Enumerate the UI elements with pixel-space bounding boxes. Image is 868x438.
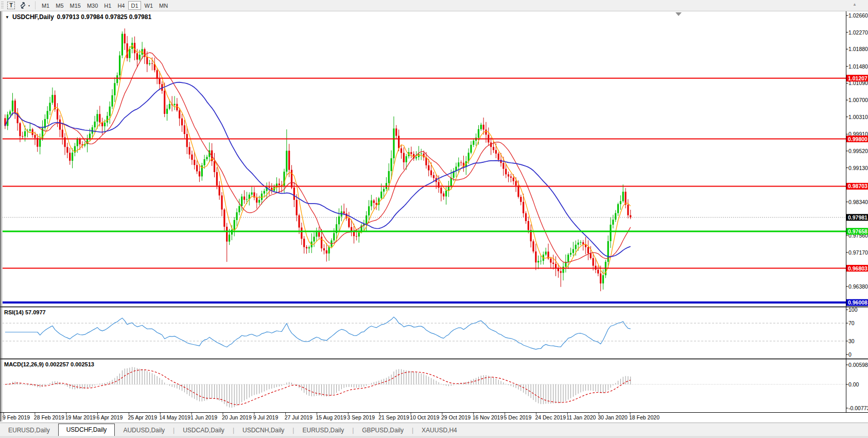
rsi-indicator-label: RSI(14) 57.0977 [4, 309, 46, 315]
rsi-tick-label: 0 [848, 351, 852, 358]
tab-audusd-daily[interactable]: AUDUSD,Daily [115, 425, 173, 436]
date-label: 6 Apr 2019 [97, 414, 123, 420]
price-tick-label: 1.02270 [848, 29, 868, 36]
macd-tick-label: -0.007737 [848, 405, 868, 411]
date-label: 10 Oct 2019 [410, 414, 439, 420]
date-label: 14 May 2019 [159, 414, 190, 420]
price-tick-label: 1.00310 [848, 114, 868, 120]
tab-eurusd-daily[interactable]: EURUSD,Daily [294, 425, 352, 436]
scroll-up-icon[interactable]: ▲ [853, 2, 857, 7]
timeframe-button-w1[interactable]: W1 [142, 1, 156, 10]
price-tick-label: 1.00700 [848, 97, 868, 103]
arrange-charts-button[interactable]: ▼ [17, 1, 32, 10]
toolbar-grip[interactable] [1, 2, 4, 9]
timeframe-button-m5[interactable]: M5 [53, 1, 66, 10]
price-tick-label: 0.98340 [848, 199, 868, 205]
price-tick-label: 1.01480 [848, 63, 868, 70]
date-label: 27 Jul 2019 [285, 414, 313, 420]
macd-histogram [5, 367, 631, 408]
date-label: 9 Jul 2019 [253, 414, 279, 420]
chart-title-row: ▼ USDCHF,Daily 0.97913 0.97984 0.97825 0… [5, 13, 151, 21]
text-tool-icon: T [7, 2, 15, 9]
date-label: 15 Aug 2019 [316, 414, 346, 420]
dropdown-caret-icon: ▼ [28, 4, 30, 7]
candlestick-series [4, 28, 631, 291]
level-price-tag: 0.99800 [848, 136, 867, 142]
timeframe-button-h1[interactable]: H1 [101, 1, 114, 10]
date-label: 29 Oct 2019 [441, 414, 471, 420]
rsi-line [5, 317, 631, 349]
date-label: 1 Jun 2019 [190, 414, 217, 420]
date-label: 20 Jun 2019 [222, 414, 252, 420]
moving-average-5 [5, 45, 631, 274]
date-label: 30 Jan 2020 [598, 414, 628, 420]
date-label: 19 Mar 2019 [65, 414, 96, 420]
date-label: 21 Sep 2019 [378, 414, 409, 420]
level-price-tag: 0.96008 [848, 299, 867, 306]
macd-tick-label: 0.00 [848, 381, 859, 388]
date-label: 25 Apr 2019 [128, 414, 157, 420]
date-label: 28 Feb 2019 [34, 414, 64, 420]
tab-xauusd-h4[interactable]: XAUUSD,H4 [413, 425, 465, 436]
date-label: 24 Dec 2019 [535, 414, 566, 420]
date-label: 18 Feb 2020 [629, 414, 659, 420]
price-tick-label: 0.99520 [848, 148, 868, 154]
date-label: 11 Jan 2020 [566, 414, 596, 420]
date-label: 3 Sep 2019 [347, 414, 375, 420]
timeframe-button-m15[interactable]: M15 [67, 1, 83, 10]
timeframe-toolbar: M1M5M15M30H1H4D1W1MN [39, 0, 171, 11]
timeframe-button-m30[interactable]: M30 [84, 1, 100, 10]
timeframe-button-d1[interactable]: D1 [128, 1, 141, 10]
level-price-tag: 0.96803 [848, 265, 867, 272]
date-label: 16 Nov 2019 [473, 414, 504, 420]
macd-signal-line [5, 370, 631, 405]
chart-ohlc-values: 0.97913 0.97984 0.97825 0.97981 [57, 13, 152, 21]
rsi-tick-label: 70 [848, 320, 855, 326]
date-label: 9 Feb 2019 [3, 414, 30, 420]
price-tick-label: 0.97170 [848, 249, 868, 256]
diagonal-arrows-icon [19, 2, 27, 9]
status-strip [0, 436, 868, 438]
tab-usdcnh-daily[interactable]: USDCNH,Daily [234, 425, 292, 436]
symbol-caret-icon[interactable]: ▼ [5, 15, 9, 20]
tab-usdcad-daily[interactable]: USDCAD,Daily [175, 425, 233, 436]
tab-gbpusd-daily[interactable]: GBPUSD,Daily [354, 425, 412, 436]
price-tick-label: 1.01880 [848, 46, 868, 52]
price-tick-label: 0.99130 [848, 165, 868, 171]
toolbar-separator [35, 2, 36, 9]
mt4-window: T ▼ M1M5M15M30H1H4D1W1MN ▲ ▼ USDCHF,Dail… [0, 0, 868, 438]
level-price-tag: 0.97658 [848, 228, 867, 234]
current-price-tag: 0.97981 [848, 214, 867, 221]
text-tool-button[interactable]: T [5, 1, 17, 10]
timeframe-button-mn[interactable]: MN [157, 1, 170, 10]
rsi-tick-label: 100 [848, 307, 858, 313]
chart-tab-bar: EURUSD,DailyUSDCHF,DailyAUDUSD,Daily|USD… [0, 423, 868, 436]
moving-average-34 [5, 82, 631, 257]
chart-symbol-title: USDCHF,Daily [12, 13, 54, 21]
tab-usdchf-daily[interactable]: USDCHF,Daily [58, 424, 115, 436]
timeframe-button-h4[interactable]: H4 [115, 1, 127, 10]
rsi-tick-label: 30 [848, 338, 855, 344]
macd-tick-label: 0.005986 [848, 362, 868, 368]
tab-eurusd-daily[interactable]: EURUSD,Daily [0, 425, 58, 436]
price-tick-label: 0.96380 [848, 283, 868, 290]
price-tick-label: 1.02660 [848, 12, 868, 19]
toolbar: T ▼ M1M5M15M30H1H4D1W1MN [0, 0, 868, 11]
date-label: 5 Dec 2019 [504, 414, 532, 420]
timeframe-button-m1[interactable]: M1 [39, 1, 52, 10]
level-price-tag: 0.98703 [848, 183, 867, 189]
macd-indicator-label: MACD(12,26,9) 0.002257 0.002513 [4, 361, 94, 367]
level-price-tag: 1.01207 [848, 75, 867, 81]
chart-shift-marker-icon[interactable] [675, 12, 682, 16]
chart-canvas: 1.026601.022701.018801.014801.010901.007… [0, 0, 868, 423]
